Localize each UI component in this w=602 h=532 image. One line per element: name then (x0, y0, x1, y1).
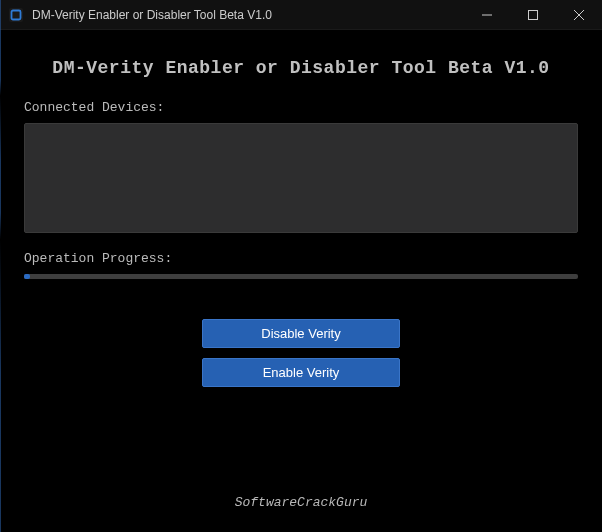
window-title: DM-Verity Enabler or Disabler Tool Beta … (32, 8, 272, 22)
minimize-button[interactable] (464, 0, 510, 29)
page-title: DM-Verity Enabler or Disabler Tool Beta … (24, 58, 578, 78)
footer-credit: SoftwareCrackGuru (0, 495, 602, 510)
connected-devices-list[interactable] (24, 123, 578, 233)
svg-rect-3 (529, 10, 538, 19)
devices-label: Connected Devices: (24, 100, 578, 115)
window-left-border (0, 0, 1, 532)
titlebar[interactable]: DM-Verity Enabler or Disabler Tool Beta … (0, 0, 602, 30)
progress-bar (24, 274, 578, 279)
close-button[interactable] (556, 0, 602, 29)
window-controls (464, 0, 602, 29)
enable-verity-button[interactable]: Enable Verity (202, 358, 400, 387)
progress-label: Operation Progress: (24, 251, 578, 266)
main-content: DM-Verity Enabler or Disabler Tool Beta … (0, 30, 602, 387)
progress-fill (24, 274, 30, 279)
action-buttons: Disable Verity Enable Verity (24, 319, 578, 387)
disable-verity-button[interactable]: Disable Verity (202, 319, 400, 348)
maximize-button[interactable] (510, 0, 556, 29)
app-icon (8, 7, 24, 23)
